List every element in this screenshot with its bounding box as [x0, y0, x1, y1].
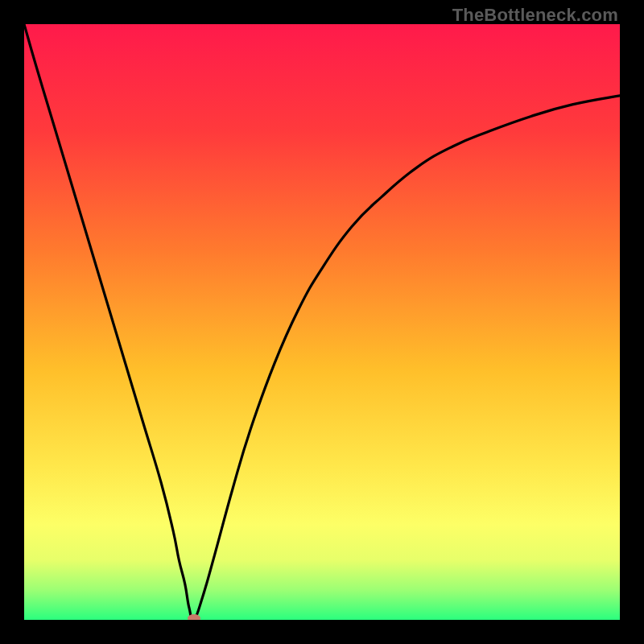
chart-frame: TheBottleneck.com — [0, 0, 644, 644]
watermark-text: TheBottleneck.com — [452, 5, 618, 26]
plot-area — [24, 24, 620, 620]
curve-layer — [24, 24, 620, 620]
optimal-point-marker — [188, 614, 200, 620]
bottleneck-curve — [24, 24, 620, 620]
